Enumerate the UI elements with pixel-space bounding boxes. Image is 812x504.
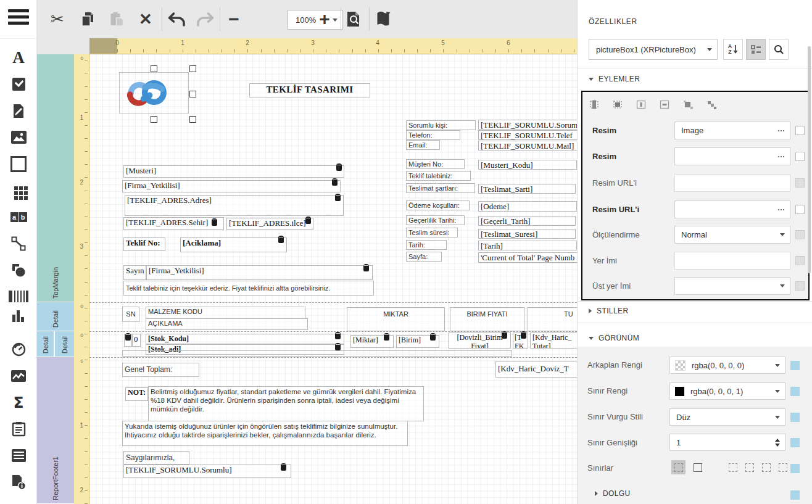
label-tesekkur[interactable]: Teklif talebiniz için teşekkür ederiz. F…	[123, 281, 374, 295]
menu-hamburger-icon[interactable]	[8, 9, 29, 25]
prop-olculendirme-checkbox[interactable]	[795, 230, 805, 239]
info-value[interactable]: [Tarih]	[478, 241, 577, 250]
info-label[interactable]: Telefon:	[406, 130, 460, 140]
section-dolgu[interactable]: DOLGU	[595, 489, 631, 498]
prop-sinir-rengi-select[interactable]: rgba(0, 0, 0, 1)	[669, 382, 785, 400]
info-label[interactable]: Geçerlilik Tarihi:	[406, 215, 465, 225]
scripts-button[interactable]	[375, 0, 392, 38]
report-title-label[interactable]: TEKLİF TASARIMI	[249, 83, 370, 97]
info-label[interactable]: Sayfa:	[406, 252, 442, 262]
info-value[interactable]: [TEKLIF_SORUMLU.Sorum	[478, 120, 577, 130]
field-firma-yetkilisi[interactable]: [Firma_Yetkilisi]	[122, 180, 341, 192]
prop-resim-url-input[interactable]	[674, 174, 790, 192]
redo-button[interactable]	[196, 0, 215, 38]
spinner-arrows-icon[interactable]	[773, 439, 782, 447]
section-eylemler[interactable]: EYLEMLER	[589, 75, 640, 83]
info-label[interactable]: Teklif talebiniz:	[406, 171, 471, 181]
tool-chart[interactable]	[0, 310, 37, 322]
tool-table-of-contents[interactable]	[0, 442, 37, 469]
paste-button[interactable]	[109, 0, 125, 38]
borders-bottom-button[interactable]	[776, 460, 790, 474]
field-kdv-haric[interactable]: [Kdv_Haric_Tutar]	[530, 333, 577, 349]
header-sn[interactable]: SN	[122, 307, 139, 322]
action-center-horizontally-icon[interactable]	[636, 100, 646, 109]
prop-sinir-rengi-checkbox[interactable]	[790, 387, 800, 396]
tool-summary[interactable]: Σ	[0, 389, 37, 416]
prop-arkaplan-rengi-select[interactable]: rgba(0, 0, 0, 0)	[669, 357, 785, 374]
prop-arkaplan-checkbox[interactable]	[790, 361, 800, 370]
info-value[interactable]: [Musteri_Kodu]	[478, 160, 577, 170]
borders-none-button[interactable]	[671, 460, 686, 474]
tool-panel[interactable]	[0, 151, 37, 177]
header-tutar[interactable]: TU	[528, 307, 577, 331]
info-label[interactable]: Teslim süresi:	[406, 228, 458, 238]
field-firma-yetkilisi-2[interactable]: [Firma_Yetkilisi]	[146, 265, 373, 280]
prop-sinir-genisligi-checkbox[interactable]	[790, 438, 800, 447]
search-button[interactable]	[769, 39, 789, 60]
selection-handle[interactable]	[151, 65, 157, 72]
prop-sinir-genisligi-spinner[interactable]: 1	[669, 434, 785, 451]
info-value[interactable]: [Odeme]	[478, 201, 577, 212]
selection-handle[interactable]	[189, 65, 196, 72]
prop-resim-url2-checkbox[interactable]	[795, 205, 805, 214]
info-value[interactable]: [Teslimat_Suresi]	[478, 229, 576, 239]
field-aciklama[interactable]: [Aciklama]	[180, 238, 287, 252]
prop-yer-imi-checkbox[interactable]	[795, 256, 805, 265]
band-detail[interactable]: Detail	[37, 302, 74, 331]
detail-sira-cell[interactable]: 0	[132, 334, 141, 347]
borders-left-button[interactable]	[726, 460, 740, 474]
prop-sinir-vurgu-checkbox[interactable]	[790, 413, 800, 422]
action-bring-to-front-icon[interactable]	[683, 100, 693, 109]
prop-resim2-input[interactable]	[674, 147, 790, 165]
delete-button[interactable]: ✕	[139, 0, 152, 38]
band-detail-inner[interactable]: Detail	[55, 331, 74, 357]
group-view-button[interactable]	[746, 39, 766, 60]
prop-sinir-vurgu-select[interactable]: Düz	[669, 408, 785, 426]
undo-button[interactable]	[167, 0, 186, 38]
label-saygilar[interactable]: Saygılarımızla,	[123, 451, 189, 465]
sort-az-button[interactable]: AZ	[723, 39, 743, 60]
info-value[interactable]: [Teslimat_Sarti]	[478, 184, 576, 194]
ellipsis-icon[interactable]	[776, 209, 786, 210]
tool-character-comb[interactable]: ab	[0, 204, 37, 230]
info-label[interactable]: Teslimat şartları:	[406, 183, 475, 193]
selection-handle[interactable]	[189, 91, 196, 97]
label-genel-toplam[interactable]: Genel Toplam:	[122, 363, 199, 377]
header-aciklama[interactable]: AÇIKLAMA	[146, 318, 308, 330]
prop-resim-url2-input[interactable]	[674, 200, 790, 218]
borders-top-button[interactable]	[759, 460, 773, 474]
header-birim-fiyati[interactable]: BIRIM FIYATI	[450, 307, 524, 331]
label-sayin[interactable]: Sayın	[123, 265, 146, 280]
action-send-to-back-icon[interactable]	[706, 100, 716, 109]
text-paragraph[interactable]: Yukarıda istemiş olduğunuz ürünler için …	[122, 421, 408, 446]
info-value[interactable]: [Geçerli_Tarih]	[478, 216, 576, 226]
tool-label[interactable]: A	[0, 44, 37, 71]
tool-gauge[interactable]	[0, 336, 37, 363]
prop-ust-yer-imi-checkbox[interactable]	[795, 281, 805, 291]
info-value[interactable]: [TEKLIF_SORUMLU.Telef	[478, 130, 577, 140]
prop-resim-url-checkbox[interactable]	[795, 178, 805, 188]
prop-dolgu-checkbox[interactable]	[790, 490, 800, 500]
ellipsis-icon[interactable]	[776, 156, 786, 157]
zoom-level-select[interactable]: 100%	[288, 10, 343, 30]
preview-button[interactable]	[346, 0, 362, 38]
prop-resim2-checkbox[interactable]	[795, 152, 805, 161]
tool-barcode[interactable]	[0, 283, 37, 310]
action-fit-to-band-icon[interactable]	[589, 100, 599, 109]
info-label[interactable]: Ödeme koşulları:	[406, 200, 470, 210]
tool-shape[interactable]	[0, 257, 37, 283]
tool-checkbox[interactable]	[0, 71, 37, 97]
selection-handle[interactable]	[151, 116, 157, 123]
label-not[interactable]: NOT:	[125, 387, 148, 401]
field-ilce[interactable]: [TEKLIF_ADRES.ilce]	[226, 218, 313, 230]
field-adres[interactable]: [TEKLIF_ADRES.Adres]	[125, 195, 344, 216]
info-value[interactable]: 'Current of Total' Page Numb	[478, 252, 577, 263]
component-selector[interactable]: pictureBox1 (XRPictureBox)	[589, 39, 718, 60]
tool-sparkline[interactable]	[0, 363, 37, 389]
prop-yer-imi-input[interactable]	[674, 252, 790, 270]
copy-button[interactable]	[80, 0, 96, 38]
tool-richtext[interactable]	[0, 97, 37, 124]
tool-line[interactable]	[0, 230, 37, 257]
prop-resim-input[interactable]: Image	[674, 122, 790, 139]
band-reportfooter[interactable]: ReportFooter1	[37, 357, 74, 504]
